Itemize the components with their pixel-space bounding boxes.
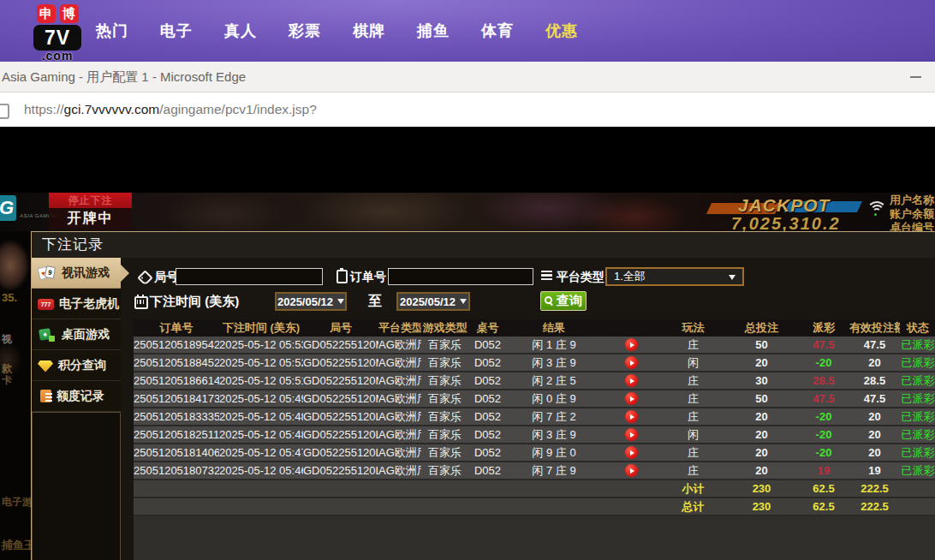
search-button[interactable]: 查询 [540,291,587,311]
logo-badge-bo: 博 [60,4,79,23]
play-video-button[interactable] [625,446,638,459]
subtotal-cell-9: 230 [725,480,798,497]
total-cell-6 [507,498,601,515]
play-video-button[interactable] [625,338,638,351]
subtotal-cell-11: 222.5 [849,480,900,497]
to-label: 至 [368,293,382,311]
minimize-icon[interactable] [910,76,921,78]
cell-payout: -20 [798,408,849,425]
jackpot-value: 7,025,310.2 [731,214,841,231]
cell-table: D052 [468,462,507,479]
cell-round: GD052255120LY [303,426,378,443]
wifi-icon [866,201,884,217]
total-cell-3 [378,498,421,515]
round-label: 局号 [154,270,178,285]
nav-item-5[interactable]: 捕鱼 [417,21,450,41]
sidebar-item-label: 积分查询 [58,358,106,373]
chevron-down-icon [729,275,735,280]
table-row: 2505120518333502025-05-12 05:48:46GD0522… [134,408,935,426]
sidebar-item-2[interactable]: 桌面游戏 [32,319,121,350]
nav-item-2[interactable]: 真人 [224,21,257,41]
nav-item-4[interactable]: 棋牌 [353,21,385,41]
cell-video [601,337,661,353]
play-video-button[interactable] [625,392,638,405]
left-fragments: 35.视款卡电子游戏捕鱼王 [0,231,31,560]
cell-payout: -20 [798,354,849,371]
header-cell-5: 桌号 [468,319,507,337]
date-to-value: 2025/05/12 [400,295,456,308]
sidebar-item-4[interactable]: 额度记录 [32,381,121,412]
bg-fragment-3: 卡 [2,373,12,388]
total-cell-4 [421,498,468,515]
header-cell-8: 玩法 [661,319,725,337]
table-row: 2505120518845262025-05-12 05:52:58GD0522… [134,354,935,372]
clipboard-icon [336,270,348,283]
sidebar-item-1[interactable]: 777电子老虎机 [32,289,121,319]
round-input[interactable] [176,268,323,285]
date-from-select[interactable]: 2025/05/12 [275,292,347,311]
site-logo[interactable]: 申 博 7V .com [24,4,91,63]
total-cell-9: 230 [725,498,798,515]
cell-result: 闲 9 庄 0 [507,444,601,461]
play-video-button[interactable] [625,356,638,369]
subtotal-cell-1 [219,480,303,497]
cell-order: 250512051841737 [134,390,219,407]
site-nav-bar: 申 博 7V .com 热门电子真人彩票棋牌捕鱼体育优惠 [0,0,935,62]
nav-item-6[interactable]: 体育 [481,21,514,41]
cell-result: 闲 1 庄 9 [507,337,601,353]
nav-item-0[interactable]: 热门 [96,21,128,41]
cell-table: D052 [468,337,507,353]
sidebar-item-label: 桌面游戏 [62,327,110,343]
cell-bet: 20 [725,408,798,425]
cell-bet: 50 [725,390,798,407]
user-info-line-1: 账户余额 [890,207,934,221]
cell-video [601,426,661,443]
cell-play: 庄 [661,444,725,461]
cell-result: 闲 7 庄 2 [507,408,601,425]
sidebar-item-0[interactable]: 视讯游戏 [32,258,121,289]
cell-valid: 47.5 [849,390,900,407]
cell-round: GD052255120M0 [303,390,378,407]
subtotal-cell-8: 小计 [661,480,725,497]
cell-table: D052 [468,444,507,461]
platform-select[interactable]: 1.全部 [605,267,744,286]
panel-content: 局号 订单号 平台类型 1.全部 下注时间 (美东) 2025/05/12 [121,258,935,560]
date-to-select[interactable]: 2025/05/12 [396,292,470,311]
subtotal-cell-5 [468,480,507,497]
cell-platform: AG欧洲厅 [378,372,421,389]
cell-result: 闲 0 庄 9 [507,390,601,407]
play-video-button[interactable] [625,464,638,477]
cell-result: 闲 3 庄 9 [507,354,601,371]
logo-badge-shen: 申 [37,4,56,23]
play-video-button[interactable] [625,428,638,441]
user-info: 用户名称账户余额卓台编号 [890,194,934,231]
cell-payout: -20 [798,426,849,443]
panel-sidebar: 视讯游戏777电子老虎机桌面游戏积分查询额度记录 [32,258,121,560]
cell-platform: AG欧洲厅 [378,426,421,443]
nav-item-7[interactable]: 优惠 [545,21,578,41]
cell-result: 闲 3 庄 9 [507,426,601,443]
play-video-button[interactable] [625,374,638,387]
table-row: 2505120518661412025-05-12 05:51:25GD0522… [134,372,935,390]
page-black-area [0,127,935,193]
sidebar-item-3[interactable]: 积分查询 [32,350,121,381]
stop-betting-label: 停止下注 [49,193,132,208]
sidebar-item-label: 视讯游戏 [62,265,110,281]
cell-video [601,408,661,425]
order-input[interactable] [388,268,533,285]
cell-status: 已派彩 [900,337,935,353]
cell-round: GD052255120M3 [303,372,378,389]
points-icon [38,360,53,372]
browser-urlbar[interactable]: https://gci.7vvvvvv.com/agingame/pcv1/in… [0,92,935,127]
play-video-button[interactable] [625,410,638,423]
total-cell-12 [900,498,935,515]
cell-play: 庄 [661,408,725,425]
cell-platform: AG欧洲厅 [378,444,421,461]
background-left-strip: 35.视款卡电子游戏捕鱼王 [0,231,31,560]
nav-item-3[interactable]: 彩票 [289,21,321,41]
url-text[interactable]: https://gci.7vvvvvv.com/agingame/pcv1/in… [24,92,317,127]
cell-bet: 20 [725,462,798,479]
cell-platform: AG欧洲厅 [378,354,421,371]
nav-item-1[interactable]: 电子 [160,21,193,41]
user-info-line-0: 用户名称 [890,194,934,207]
